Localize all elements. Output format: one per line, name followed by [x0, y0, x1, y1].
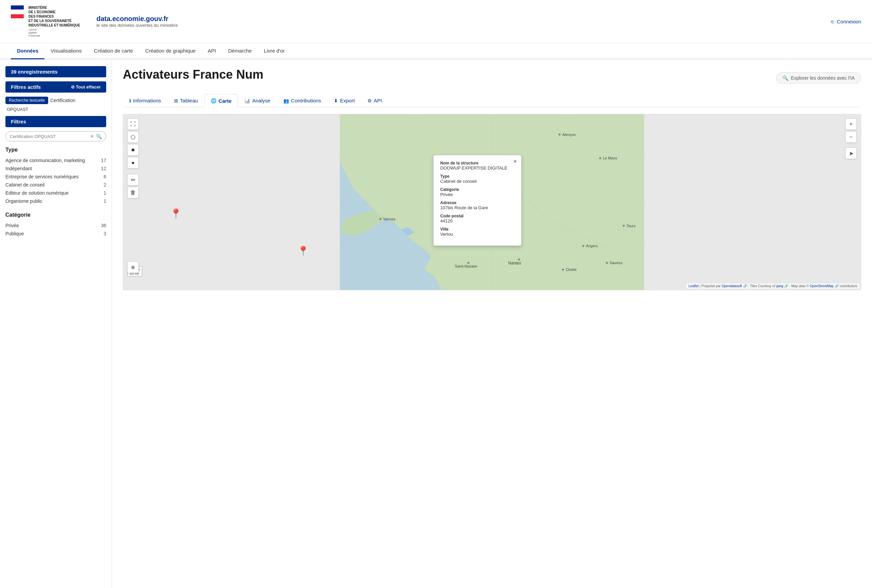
map-delete-button[interactable]: 🗑 — [127, 187, 139, 198]
type-filter-agence[interactable]: Agence de communication, marketing 17 — [5, 156, 106, 165]
popup-code-postal: Code postal 44120 — [441, 214, 514, 224]
svg-text:Nantes: Nantes — [508, 261, 521, 266]
nav-creation-carte[interactable]: Création de carte — [88, 43, 139, 59]
filter-search-box[interactable]: ✕ 🔍 — [5, 131, 106, 141]
content-tabs: ℹ Informations ⊞ Tableau 🌐 Carte 📊 Analy… — [123, 94, 861, 107]
logo: MINISTÈRE DE L'ÉCONOMIE DES FINANCES ET … — [11, 5, 80, 37]
map-container[interactable]: Alençon Le Mans Vannes Saint-Nazaire Nan… — [123, 114, 861, 290]
delete-icon: 🗑 — [130, 189, 136, 196]
ministry-line4: ET DE LA SOUVERAINETÉ — [29, 19, 80, 23]
tab-export[interactable]: ⬇ Export — [328, 94, 361, 107]
explore-ia-button[interactable]: 🔍 Explorer les données avec l'IA — [776, 72, 861, 84]
info-icon: ℹ — [129, 98, 131, 104]
map-locate-button[interactable]: ➤ — [845, 147, 857, 159]
search-icon: 🔍 — [782, 75, 788, 81]
ministry-line2: DE L'ÉCONOMIE — [29, 10, 80, 14]
map-layers-button[interactable]: ⊕ — [127, 261, 139, 273]
site-info: data.economie.gouv.fr le site des donnée… — [96, 15, 178, 28]
filter-tag-value: Certification — [50, 98, 75, 103]
map-polygon-button[interactable]: ⬠ — [127, 131, 139, 143]
ministry-subtitle: LibertéÉgalitéFraternité — [29, 28, 80, 37]
tab-analyse[interactable]: 📊 Analyse — [238, 94, 277, 107]
main-content: Activateurs France Num 🔍 Explorer les do… — [112, 59, 872, 588]
svg-point-8 — [467, 262, 469, 264]
svg-text:Cholet: Cholet — [565, 267, 576, 272]
categorie-filter-title: Catégorie — [5, 212, 106, 218]
map-edit-button[interactable]: ✏ — [127, 174, 139, 186]
map-marker-lorient[interactable]: 📍 — [170, 208, 182, 219]
layers-icon: ⊕ — [131, 264, 135, 270]
table-icon: ⊞ — [174, 98, 178, 104]
popup-ville: Ville Vertou — [441, 227, 514, 237]
svg-text:Tours: Tours — [626, 224, 636, 228]
circle-icon: ● — [131, 160, 135, 166]
record-count: 39 enregistrements — [5, 66, 106, 77]
map-zoom-out-button[interactable]: − — [845, 131, 857, 143]
header: MINISTÈRE DE L'ÉCONOMIE DES FINANCES ET … — [0, 0, 872, 43]
filter-search-input[interactable] — [10, 134, 88, 139]
clear-all-button[interactable]: ⊘ Tout effacer — [71, 84, 101, 90]
nav-donnees[interactable]: Données — [11, 43, 44, 59]
login-label: Connexion — [837, 19, 861, 24]
tab-contributions[interactable]: 👥 Contributions — [277, 94, 328, 107]
analyse-icon: 📊 — [244, 98, 250, 104]
type-filter-editeur[interactable]: Editeur de solution numérique 1 — [5, 189, 106, 197]
tab-api[interactable]: ⚙ API — [361, 94, 388, 107]
map-popup: × Nom de la structure DOOWUP EXPERTISE D… — [433, 155, 522, 246]
categorie-filter-privee[interactable]: Privée 36 — [5, 221, 106, 230]
site-subtitle: le site des données ouvertes du ministèr… — [96, 23, 178, 28]
edit-icon: ✏ — [131, 177, 135, 183]
map-controls-left: ⛶ ⬠ ■ ● ✏ 🗑 — [127, 118, 139, 198]
clear-icon: ⊘ — [71, 84, 75, 90]
tab-carte[interactable]: 🌐 Carte — [204, 94, 238, 107]
search-clear-icon[interactable]: ✕ — [90, 134, 94, 139]
fullscreen-icon: ⛶ — [130, 121, 136, 127]
map-zoom-in-button[interactable]: + — [845, 118, 857, 130]
nav-demarche[interactable]: Démarche — [222, 43, 258, 59]
map-fullscreen-button[interactable]: ⛶ — [127, 118, 139, 130]
login-button[interactable]: ⎋ Connexion — [831, 19, 861, 24]
type-filter-esn[interactable]: Entreprise de services numériques 6 — [5, 172, 106, 181]
leaflet-link[interactable]: Leaflet — [689, 284, 699, 288]
popup-close-button[interactable]: × — [513, 158, 517, 165]
svg-point-18 — [562, 268, 564, 271]
nav-creation-graphique[interactable]: Création de graphique — [139, 43, 201, 59]
nav-livre-dor[interactable]: Livre d'or — [258, 43, 291, 59]
svg-text:Vannes: Vannes — [383, 217, 395, 221]
site-title: data.economie.gouv.fr — [96, 15, 178, 23]
map-square-button[interactable]: ■ — [127, 144, 139, 156]
nav-api[interactable]: API — [201, 43, 222, 59]
popup-type: Type Cabinet de conseil — [441, 174, 514, 184]
ministry-line5: INDUSTRIELLE ET NUMÉRIQUE — [29, 23, 80, 27]
osm-link[interactable]: OpenStreetMap — [810, 284, 834, 288]
map-circle-button[interactable]: ● — [127, 157, 139, 168]
map-controls-right: + − ➤ — [845, 118, 857, 159]
opendatasoft-link[interactable]: Opendatasoft — [722, 284, 742, 288]
jawg-link[interactable]: jawg — [776, 284, 783, 288]
main-layout: 39 enregistrements Filtres actifs ⊘ Tout… — [0, 59, 872, 588]
active-filters-label: Filtres actifs — [11, 84, 41, 90]
svg-point-2 — [558, 134, 561, 136]
categorie-filter-publique[interactable]: Publique 3 — [5, 230, 106, 238]
type-filter-independant[interactable]: Indépendant 12 — [5, 165, 106, 172]
tab-informations[interactable]: ℹ Informations — [123, 94, 168, 107]
svg-point-16 — [606, 262, 608, 264]
map-marker-vertou[interactable]: 📍 — [297, 246, 309, 257]
page-title: Activateurs France Num — [123, 68, 263, 82]
filters-title: Filtres — [5, 116, 106, 127]
filter-tag-label: Recherche textuelle — [5, 97, 48, 104]
type-filter-cabinet[interactable]: Cabinet de conseil 2 — [5, 181, 106, 189]
export-icon: ⬇ — [334, 98, 338, 104]
sidebar: 39 enregistrements Filtres actifs ⊘ Tout… — [0, 59, 112, 588]
main-nav: Données Visualisations Création de carte… — [0, 43, 872, 59]
search-magnifier-icon[interactable]: 🔍 — [96, 134, 102, 139]
categorie-filter-section: Catégorie Privée 36 Publique 3 — [5, 212, 106, 238]
nav-visualisations[interactable]: Visualisations — [44, 43, 87, 59]
type-filter-organisme[interactable]: Organisme public 1 — [5, 197, 106, 205]
ministry-line3: DES FINANCES — [29, 14, 80, 19]
square-icon: ■ — [131, 147, 135, 153]
ministry-name: MINISTÈRE — [29, 5, 80, 10]
svg-point-14 — [623, 225, 625, 227]
popup-categorie: Catégorie Privée — [441, 187, 514, 197]
tab-tableau[interactable]: ⊞ Tableau — [168, 94, 204, 107]
